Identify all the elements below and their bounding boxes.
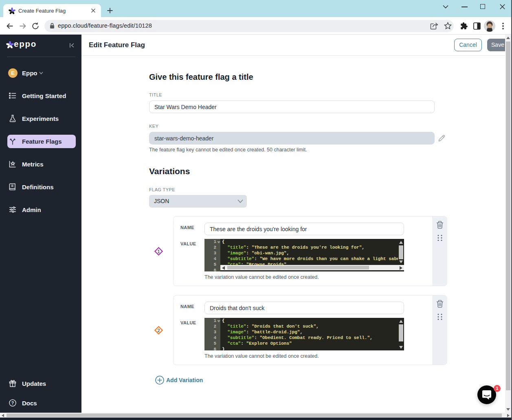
svg-text:?: ? [11, 400, 14, 405]
svg-text:1: 1 [157, 249, 160, 254]
svg-text:2: 2 [157, 328, 160, 333]
